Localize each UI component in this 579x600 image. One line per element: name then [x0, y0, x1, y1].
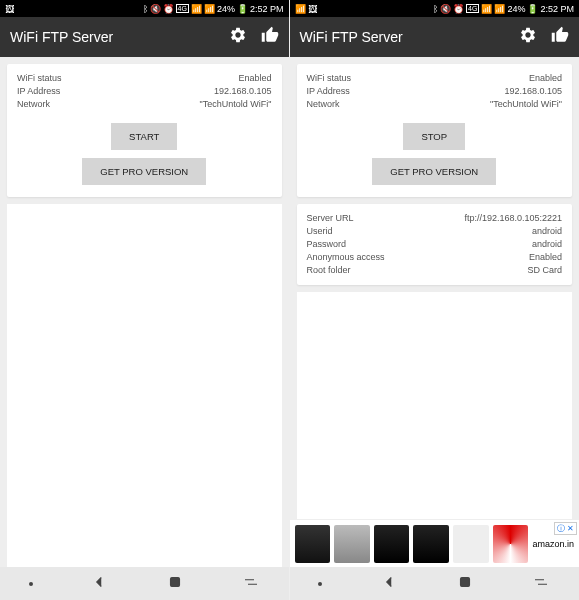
ad-thumb[interactable] [374, 525, 410, 563]
alarm-icon: ⏰ [163, 4, 174, 14]
server-url-label: Server URL [307, 212, 354, 225]
mute-icon: 🔇 [440, 4, 451, 14]
signal-icon: 📶 [494, 4, 505, 14]
ad-thumb[interactable] [295, 525, 331, 563]
settings-icon[interactable] [519, 26, 537, 48]
app-bar: WiFi FTP Server [290, 17, 580, 57]
svg-rect-0 [171, 577, 180, 586]
alarm-icon: ⏰ [453, 4, 464, 14]
settings-icon[interactable] [229, 26, 247, 48]
start-button[interactable]: START [111, 123, 177, 150]
ad-thumb[interactable] [493, 525, 529, 563]
ad-thumb[interactable] [334, 525, 370, 563]
status-time: 2:52 PM [250, 4, 284, 14]
signal-icon: 📶 [204, 4, 215, 14]
ip-value: 192.168.0.105 [214, 85, 272, 98]
wifi-status-label: WiFi status [17, 72, 62, 85]
ad-close-icon[interactable]: ⓘ✕ [554, 522, 577, 535]
mute-icon: 🔇 [150, 4, 161, 14]
battery-icon: 🔋 [237, 4, 248, 14]
ad-thumb[interactable] [453, 525, 489, 563]
password-value: android [532, 238, 562, 251]
network-label: Network [17, 98, 50, 111]
volte-icon: 4G [466, 4, 479, 13]
home-icon[interactable] [456, 573, 474, 595]
ad-thumb[interactable] [413, 525, 449, 563]
root-value: SD Card [527, 264, 562, 277]
status-bar: 📶 🖼 ᛒ 🔇 ⏰ 4G 📶 📶 24% 🔋 2:52 PM [290, 0, 580, 17]
root-label: Root folder [307, 264, 351, 277]
get-pro-button[interactable]: GET PRO VERSION [82, 158, 206, 185]
volte-icon: 4G [176, 4, 189, 13]
status-card: WiFi statusEnabled IP Address192.168.0.1… [297, 64, 573, 197]
recents-icon[interactable] [532, 573, 550, 595]
battery-percent: 24% [217, 4, 235, 14]
app-title: WiFi FTP Server [300, 29, 520, 45]
ad-banner[interactable]: ⓘ✕ amazon.in [290, 519, 580, 567]
back-icon[interactable] [90, 573, 108, 595]
thumbs-up-icon[interactable] [551, 26, 569, 48]
battery-percent: 24% [507, 4, 525, 14]
phone-right: 📶 🖼 ᛒ 🔇 ⏰ 4G 📶 📶 24% 🔋 2:52 PM WiFi FTP … [290, 0, 580, 600]
wifi-status-value: Enabled [529, 72, 562, 85]
network-value: "TechUntold WiFi" [200, 98, 272, 111]
phone-left: 🖼 ᛒ 🔇 ⏰ 4G 📶 📶 24% 🔋 2:52 PM WiFi FTP Se… [0, 0, 290, 600]
wifi-icon: 📶 [481, 4, 492, 14]
network-label: Network [307, 98, 340, 111]
bluetooth-icon: ᛒ [433, 4, 438, 14]
svg-rect-1 [461, 577, 470, 586]
server-url-value: ftp://192.168.0.105:2221 [464, 212, 562, 225]
userid-value: android [532, 225, 562, 238]
recents-icon[interactable] [242, 573, 260, 595]
app-bar: WiFi FTP Server [0, 17, 289, 57]
server-card: Server URLftp://192.168.0.105:2221 Useri… [297, 204, 573, 285]
bluetooth-icon: ᛒ [143, 4, 148, 14]
ad-brand[interactable]: amazon.in [532, 539, 574, 549]
password-label: Password [307, 238, 347, 251]
status-time: 2:52 PM [540, 4, 574, 14]
wifi-status-value: Enabled [238, 72, 271, 85]
home-icon[interactable] [166, 573, 184, 595]
thumbs-up-icon[interactable] [261, 26, 279, 48]
wifi-small-icon: 📶 [295, 4, 306, 14]
network-value: "TechUntold WiFi" [490, 98, 562, 111]
stop-button[interactable]: STOP [403, 123, 465, 150]
anon-label: Anonymous access [307, 251, 385, 264]
back-icon[interactable] [380, 573, 398, 595]
status-card: WiFi statusEnabled IP Address192.168.0.1… [7, 64, 282, 197]
userid-label: Userid [307, 225, 333, 238]
ip-label: IP Address [17, 85, 60, 98]
nav-dot-icon[interactable] [318, 582, 322, 586]
anon-value: Enabled [529, 251, 562, 264]
nav-dot-icon[interactable] [29, 582, 33, 586]
nav-bar [290, 567, 580, 600]
get-pro-button[interactable]: GET PRO VERSION [372, 158, 496, 185]
gallery-icon: 🖼 [308, 4, 317, 14]
gallery-icon: 🖼 [5, 4, 14, 14]
status-bar: 🖼 ᛒ 🔇 ⏰ 4G 📶 📶 24% 🔋 2:52 PM [0, 0, 289, 17]
ip-value: 192.168.0.105 [504, 85, 562, 98]
wifi-status-label: WiFi status [307, 72, 352, 85]
ip-label: IP Address [307, 85, 350, 98]
wifi-icon: 📶 [191, 4, 202, 14]
app-title: WiFi FTP Server [10, 29, 229, 45]
battery-icon: 🔋 [527, 4, 538, 14]
nav-bar [0, 567, 289, 600]
